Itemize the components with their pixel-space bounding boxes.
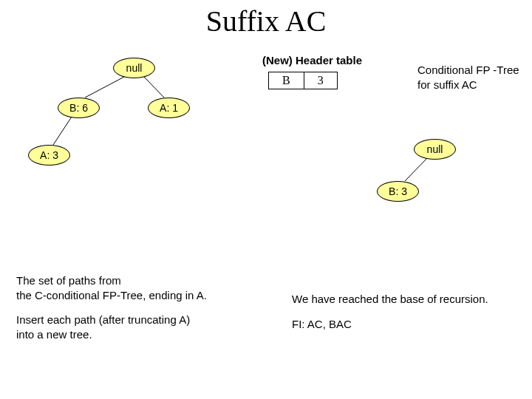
right-root-null: null: [414, 139, 456, 160]
svg-line-3: [405, 158, 427, 181]
header-table: B 3: [268, 72, 338, 89]
page-title: Suffix AC: [0, 0, 532, 38]
right-node-b3: B: 3: [377, 181, 419, 202]
bottom-left-text: The set of paths from the C-conditional …: [16, 273, 275, 341]
bottom-right-text: We have reached the base of recursion. F…: [292, 292, 499, 331]
header-table-label: (New) Header table: [262, 54, 362, 66]
header-count-cell: 3: [304, 72, 337, 89]
svg-line-0: [85, 77, 124, 98]
left-root-null: null: [113, 58, 155, 78]
left-node-a3: A: 3: [28, 145, 70, 166]
svg-line-2: [53, 117, 72, 145]
svg-line-1: [144, 77, 164, 98]
left-node-a1: A: 1: [148, 98, 190, 118]
left-node-b6: B: 6: [58, 98, 100, 118]
conditional-fp-caption: Conditional FP -Tree for suffix AC: [417, 63, 521, 92]
header-item-cell: B: [269, 72, 304, 89]
